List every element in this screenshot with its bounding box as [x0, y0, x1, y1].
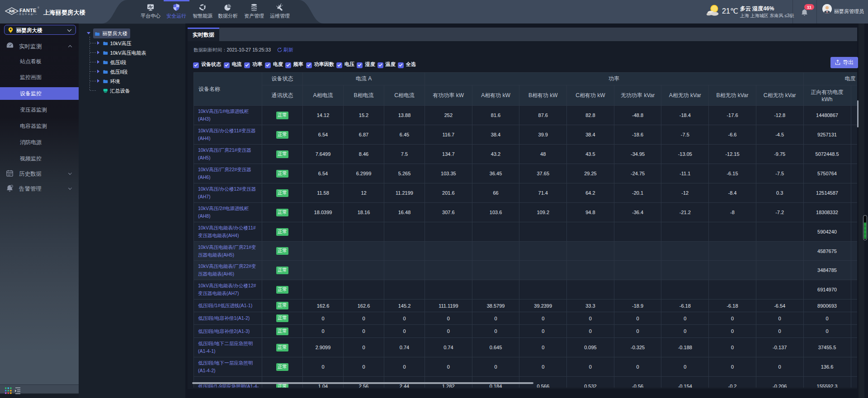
- svg-text:风特: 风特: [9, 9, 15, 13]
